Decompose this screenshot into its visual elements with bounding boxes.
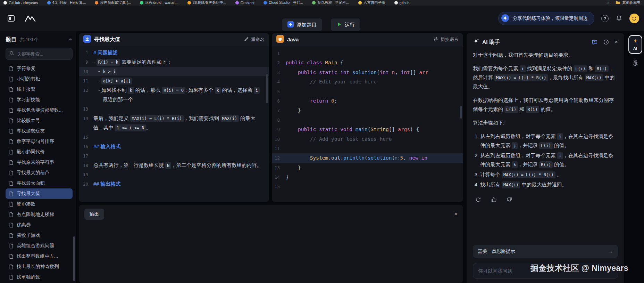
thumbs-up-icon[interactable] xyxy=(488,194,499,205)
avatar[interactable] xyxy=(629,14,639,23)
code-editor[interactable]: 12public class Main {3 public static int… xyxy=(272,46,463,192)
markdown-line-content: # 问题描述 xyxy=(93,48,269,57)
line-number: 11 xyxy=(272,144,286,153)
code-line: 12 System.out.println(solution(n:5, new … xyxy=(272,153,463,163)
sidebar-item[interactable]: 最小趋同代价 xyxy=(6,147,73,157)
panel-logo-icon[interactable] xyxy=(7,14,15,24)
problem-content[interactable]: 1# 问题描述9- R(i) = k 需要满足的条件如下：10- k > i11… xyxy=(79,46,269,189)
sidebar-item[interactable]: 硬币凑数 xyxy=(6,199,73,209)
code-line: 13 } xyxy=(272,163,463,172)
bookmarks-overflow-chevron-icon[interactable]: › xyxy=(608,0,609,5)
inline-code: k xyxy=(128,87,134,94)
code-scrollbar-thumb[interactable] xyxy=(460,106,462,119)
ai-rail-button[interactable]: AI xyxy=(628,35,642,54)
sidebar-item[interactable]: 小明的书柜 xyxy=(6,74,73,84)
chevron-up-icon[interactable] xyxy=(68,37,73,43)
bookmark-item[interactable]: 六方阵电子版 xyxy=(358,0,385,5)
sidebar-item[interactable]: 有点限制地走楼梯 xyxy=(6,209,73,220)
sidebar-item[interactable]: 找出最长的神奇数列 xyxy=(6,261,73,272)
code-line: 3 public static int solution(int n, int[… xyxy=(272,68,463,77)
bell-icon[interactable] xyxy=(616,15,622,22)
sidebar-title: 题目 xyxy=(6,36,17,43)
sidebar-item[interactable]: 寻找最大的葫芦 xyxy=(6,168,73,178)
sidebar-item[interactable]: 数字字母句号排序 xyxy=(6,136,73,147)
close-icon[interactable]: × xyxy=(454,211,458,218)
bookmark-item[interactable]: github xyxy=(394,1,410,5)
pencil-icon xyxy=(244,37,249,42)
output-tab[interactable]: 输出 xyxy=(84,209,104,220)
problem-scrollbar-thumb[interactable] xyxy=(266,74,268,103)
sidebar-item[interactable]: 优惠券 xyxy=(6,220,73,230)
promo-banner[interactable]: 分享代码练习体验，领限量定制周边 xyxy=(498,12,594,25)
hint-label: 需要一点思路提示 xyxy=(478,248,515,254)
markdown-line-content xyxy=(93,151,269,161)
markdown-line: 12- 如果找不到 k 的话，那么 R(i) = 0; 如果有多个 k 的话，选… xyxy=(79,86,269,104)
bookmark-item[interactable]: 菜鸟教程 - 学的不... xyxy=(312,0,349,5)
hint-suggestion-button[interactable]: 需要一点思路提示 → xyxy=(473,245,618,258)
sidebar-item-label: 最小趋同代价 xyxy=(17,149,45,155)
search-input[interactable] xyxy=(17,51,69,57)
sidebar-item[interactable]: 字符修复 xyxy=(6,63,73,74)
new-chat-icon[interactable] xyxy=(592,39,598,45)
sidebar-item[interactable]: 寻找最大面积 xyxy=(6,178,73,188)
plus-icon xyxy=(287,21,294,29)
sidebar-scrollbar-thumb[interactable] xyxy=(73,236,75,281)
line-number: 4 xyxy=(272,77,286,87)
code-line-content xyxy=(286,87,463,96)
sidebar-item[interactable]: 学习新技能 xyxy=(6,95,73,105)
code-line: 2public class Main { xyxy=(272,58,463,67)
document-icon xyxy=(9,223,14,228)
rename-button[interactable]: 重命名 xyxy=(244,37,265,43)
language-label: Java xyxy=(287,37,299,42)
document-icon xyxy=(9,76,14,82)
code-line: 6 return 0; xyxy=(272,96,463,106)
sidebar-item[interactable]: 英雄组合游戏问题 xyxy=(6,241,73,251)
bookmark-label: 26.删除有序数组中... xyxy=(193,0,226,5)
code-panel: Java 切换语言 12public class Main {3 public … xyxy=(272,33,463,202)
document-icon xyxy=(9,129,14,134)
bookmark-item[interactable]: GitHub - nimyears xyxy=(3,1,38,5)
add-problem-button[interactable]: 添加题目 xyxy=(282,18,322,31)
bookmark-item[interactable]: Grabient xyxy=(235,1,254,5)
line-number: 1 xyxy=(272,49,286,58)
sidebar-item[interactable]: 比较版本号 xyxy=(6,115,73,126)
close-icon[interactable]: × xyxy=(614,39,618,46)
thumbs-down-icon[interactable] xyxy=(504,194,515,205)
sidebar-item[interactable]: 找单独的数 xyxy=(6,272,73,282)
bookmark-item[interactable]: Cloud Studio - 开启... xyxy=(264,0,303,5)
document-icon xyxy=(9,275,14,280)
sidebar-item[interactable]: 摇骰子游戏 xyxy=(6,230,73,241)
line-number: 2 xyxy=(272,58,286,67)
inline-code: k xyxy=(512,161,518,168)
switch-language-button[interactable]: 切换语言 xyxy=(433,37,459,43)
other-bookmarks[interactable]: 其他收藏夹 xyxy=(622,0,641,5)
sidebar-item-label: 寻找包含斐波那契数... xyxy=(17,107,63,113)
regenerate-icon[interactable] xyxy=(473,194,483,205)
mountain-logo-icon[interactable] xyxy=(24,15,36,24)
help-icon[interactable]: ? xyxy=(601,15,609,22)
history-icon[interactable] xyxy=(603,39,609,45)
markdown-line: 13 xyxy=(79,104,269,114)
document-icon xyxy=(9,149,14,155)
bookmark-item[interactable]: 4.3. 列表 - Hello 算... xyxy=(47,0,86,5)
sidebar-item[interactable]: 寻找包含斐波那契数... xyxy=(6,105,73,115)
sidebar-item[interactable]: 寻找最大值 xyxy=(6,188,73,199)
bookmark-item[interactable]: 26.删除有序数组中... xyxy=(187,0,226,5)
bookmark-label: Grabient xyxy=(241,1,254,5)
bug-icon[interactable] xyxy=(631,60,639,67)
line-number: 10 xyxy=(272,135,286,144)
line-number: 14 xyxy=(272,172,286,182)
search-box xyxy=(6,48,73,60)
sidebar-item[interactable]: 找出整型数组中占... xyxy=(6,251,73,261)
sidebar-item[interactable]: 寻找游戏玩友 xyxy=(6,126,73,136)
code-line-content: public static int solution(int n, int[] … xyxy=(286,68,463,77)
bookmark-item[interactable]: 玩Android - wanan... xyxy=(140,0,178,5)
sidebar-item[interactable]: 寻找原来的字符串 xyxy=(6,157,73,168)
bookmark-item[interactable]: 程序员面试宝典 (... xyxy=(95,0,131,5)
sidebar-item[interactable]: 线上报警 xyxy=(6,84,73,95)
document-icon xyxy=(9,170,14,176)
markdown-line-content: ## 输出格式 xyxy=(93,179,269,189)
java-icon xyxy=(276,35,284,44)
run-button[interactable]: 运行 xyxy=(331,18,360,31)
line-number: 9 xyxy=(79,57,93,67)
